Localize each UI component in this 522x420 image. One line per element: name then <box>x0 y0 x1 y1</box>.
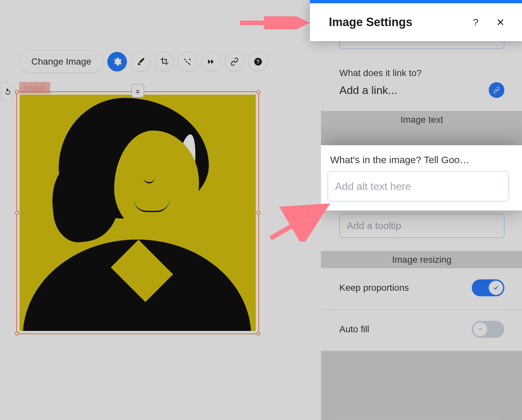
edit-link-button[interactable] <box>489 82 504 98</box>
resize-handle[interactable] <box>15 90 19 94</box>
tooltip-input[interactable] <box>339 214 504 238</box>
image-resizing-header: Image resizing <box>321 251 522 268</box>
alt-text-question: What's in the image? Tell Goo… <box>328 154 509 165</box>
change-image-label: Change Image <box>31 56 91 67</box>
resize-handle[interactable] <box>256 332 260 335</box>
image-content <box>20 95 256 331</box>
keep-proportions-row: Keep proportions <box>321 268 522 309</box>
image-settings-panel: Image Settings ? What does it link to? A… <box>313 0 522 420</box>
animation-button[interactable] <box>201 52 221 71</box>
annotation-arrow-icon <box>240 16 312 29</box>
toggle-knob <box>489 281 503 295</box>
keep-proportions-toggle[interactable] <box>472 279 504 296</box>
gear-icon <box>113 57 122 66</box>
previous-input[interactable] <box>339 41 504 49</box>
toggle-knob <box>473 322 487 336</box>
auto-fill-row: Auto fill <box>321 310 522 351</box>
image-text-header-label: Image text <box>401 115 443 125</box>
help-icon: ? <box>473 17 479 28</box>
link-icon <box>230 57 239 66</box>
filters-button[interactable] <box>178 52 197 71</box>
image-resizing-header-label: Image resizing <box>392 255 452 265</box>
panel-close-button[interactable] <box>493 15 508 29</box>
help-circle-icon: ? <box>253 57 263 66</box>
link-button[interactable] <box>225 52 244 71</box>
link-question: What does it link to? <box>339 68 504 78</box>
selected-image[interactable] <box>17 92 258 334</box>
resize-handle[interactable] <box>256 90 260 94</box>
svg-text:?: ? <box>256 59 260 65</box>
auto-fill-label: Auto fill <box>339 324 369 334</box>
link-value[interactable]: Add a link... <box>339 84 484 97</box>
image-toolbar: Change Image <box>19 51 268 73</box>
annotation-arrow-icon <box>264 202 336 241</box>
panel-title: Image Settings <box>329 15 458 29</box>
undo-icon <box>4 88 11 95</box>
link-section: What does it link to? Add a link... <box>321 57 522 111</box>
previous-field-peek <box>321 41 522 57</box>
check-icon <box>493 285 499 291</box>
crop-button[interactable] <box>154 52 174 71</box>
resize-handle[interactable] <box>15 332 19 335</box>
keep-proportions-label: Keep proportions <box>339 283 409 293</box>
auto-fill-toggle[interactable] <box>472 321 504 338</box>
animation-icon <box>207 57 216 66</box>
resize-handle[interactable] <box>256 211 260 215</box>
undo-button[interactable] <box>0 82 15 101</box>
svg-line-3 <box>271 206 326 238</box>
panel-scroll-body[interactable]: What does it link to? Add a link... Imag… <box>321 41 522 420</box>
magic-wand-icon <box>183 57 192 66</box>
settings-button[interactable] <box>107 52 127 71</box>
download-image-button[interactable] <box>131 84 144 98</box>
image-text-header: Image text <box>321 111 522 128</box>
resize-handle[interactable] <box>15 211 19 215</box>
panel-help-button[interactable]: ? <box>468 15 483 29</box>
download-icon <box>134 87 141 94</box>
design-button[interactable] <box>131 52 150 71</box>
panel-header: Image Settings ? <box>310 0 522 41</box>
brush-icon <box>136 57 145 66</box>
help-button[interactable]: ? <box>248 52 268 71</box>
change-image-button[interactable]: Change Image <box>19 51 103 73</box>
link-icon <box>493 86 500 94</box>
alt-text-section: What's in the image? Tell Goo… <box>321 145 522 210</box>
close-icon <box>497 18 504 26</box>
alt-text-input[interactable] <box>328 171 509 201</box>
element-type-label: Image <box>24 83 46 92</box>
crop-icon <box>160 57 169 66</box>
minus-icon <box>477 326 484 333</box>
